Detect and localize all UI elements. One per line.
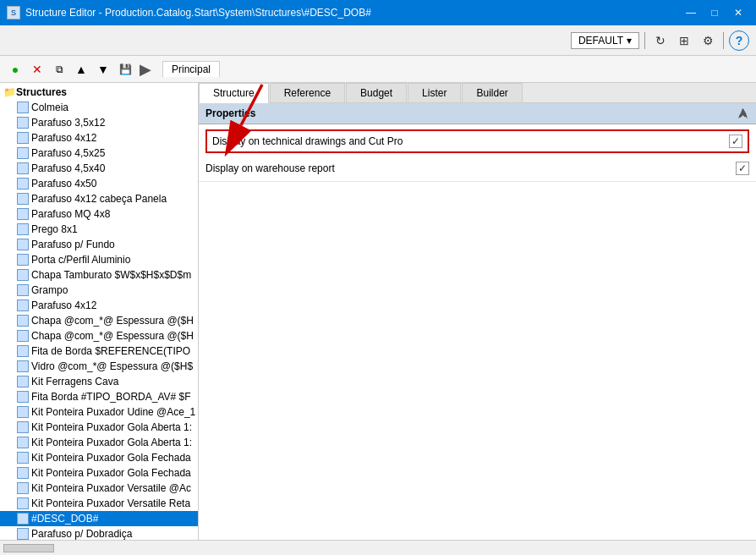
list-item[interactable]: Fita de Borda $REFERENCE(TIPO [0, 343, 198, 359]
list-item[interactable]: Grampo [0, 283, 198, 298]
item-icon [17, 193, 29, 205]
tab-structure[interactable]: Structure [199, 83, 269, 103]
item-icon [17, 406, 29, 418]
list-item[interactable]: Porta c/Perfil Aluminio [0, 252, 198, 267]
tabs-row: Structure Reference Budget Lister Builde… [199, 83, 756, 103]
add-button[interactable]: ● [5, 59, 25, 80]
item-icon [17, 147, 29, 159]
property-label-warehouse: Display on warehouse report [205, 162, 736, 174]
item-icon [17, 132, 29, 144]
list-item[interactable]: Parafuso 4x12 [0, 130, 198, 146]
list-item[interactable]: Fita Borda #TIPO_BORDA_AV# $F [0, 389, 198, 404]
chevron-down-icon: ▾ [627, 35, 632, 47]
list-item[interactable]: Kit Ponteira Puxador Gola Aberta 1: [0, 435, 198, 450]
list-item[interactable]: Chapa Tamburato $W$x$H$x$D$m [0, 267, 198, 283]
window-controls[interactable]: — □ ✕ [680, 4, 749, 21]
item-icon [17, 482, 29, 494]
item-icon [17, 208, 29, 220]
delete-button[interactable]: ✕ [27, 59, 47, 80]
tab-reference[interactable]: Reference [270, 83, 345, 102]
item-icon [17, 528, 29, 540]
list-item[interactable]: Kit Ponteira Puxador Udine @Ace_1 [0, 404, 198, 420]
item-icon [17, 162, 29, 174]
item-icon [17, 299, 29, 311]
property-row-highlighted: Display on technical drawings and Cut Pr… [205, 129, 749, 153]
list-item[interactable]: Parafuso 4,5x40 [0, 161, 198, 176]
close-button[interactable]: ✕ [727, 4, 749, 21]
list-item[interactable]: Parafuso 3,5x12 [0, 115, 198, 130]
list-item[interactable]: Kit Ponteira Puxador Versatile @Ac [0, 481, 198, 496]
list-item[interactable]: Parafuso p/ Fundo [0, 237, 198, 252]
list-item[interactable]: Colmeia [0, 100, 198, 115]
status-bar [0, 540, 756, 555]
move-up-button[interactable]: ▲ [71, 59, 91, 80]
maximize-button[interactable]: □ [704, 4, 726, 21]
properties-header: Properties ⮝ [199, 103, 756, 124]
list-item[interactable]: Prego 8x1 [0, 222, 198, 237]
list-item[interactable]: Parafuso 4x12 [0, 298, 198, 313]
tab-builder[interactable]: Builder [462, 83, 522, 102]
item-icon [17, 513, 29, 525]
content-area: 📁 Structures Colmeia Parafuso 3,5x12 Par… [0, 83, 756, 540]
properties-title: Properties [205, 107, 255, 119]
list-item[interactable]: Parafuso p/ Dobradiça [0, 526, 198, 540]
list-item[interactable]: Parafuso MQ 4x8 [0, 206, 198, 222]
tree-root-item[interactable]: 📁 Structures [0, 85, 198, 100]
app-icon: S [7, 6, 20, 19]
horizontal-scrollbar[interactable] [3, 544, 54, 552]
list-item[interactable]: Kit Ponteira Puxador Gola Fechada [0, 450, 198, 465]
tab-budget[interactable]: Budget [346, 83, 407, 102]
list-item[interactable]: Kit Ponteira Puxador Versatile Reta [0, 496, 198, 511]
minimize-button[interactable]: — [680, 4, 702, 21]
item-icon [17, 437, 29, 448]
item-icon [17, 497, 29, 509]
help-button[interactable]: ? [729, 30, 749, 51]
default-label: DEFAULT [578, 35, 623, 47]
tree-panel[interactable]: 📁 Structures Colmeia Parafuso 3,5x12 Par… [0, 83, 199, 540]
main-toolbar: ● ✕ ⧉ ▲ ▼ 💾 ▶ Principal [0, 56, 756, 83]
move-down-button[interactable]: ▼ [93, 59, 113, 80]
toolbar-separator-1 [644, 32, 645, 49]
window-title: Structure Editor - Production.Catalog.St… [25, 7, 371, 19]
list-item[interactable]: Chapa @com_*@ Espessura @($H [0, 313, 198, 328]
tab-principal[interactable]: Principal [162, 61, 220, 77]
list-item[interactable]: Parafuso 4x12 cabeça Panela [0, 191, 198, 206]
warehouse-checkbox[interactable] [736, 162, 749, 175]
top-toolbar: DEFAULT ▾ ↻ ⊞ ⚙ ? [0, 25, 756, 56]
refresh-button[interactable]: ↻ [650, 30, 671, 51]
list-item[interactable]: Parafuso 4x50 [0, 176, 198, 191]
item-icon [17, 376, 29, 387]
item-icon [17, 117, 29, 129]
folder-icon: 📁 [3, 86, 16, 98]
item-icon [17, 284, 29, 296]
item-icon [17, 452, 29, 464]
grid-button[interactable]: ⊞ [674, 30, 694, 51]
selected-tree-item[interactable]: #DESC_DOB# [0, 511, 198, 526]
list-item[interactable]: Kit Ferragens Cava [0, 374, 198, 389]
list-item[interactable]: Parafuso 4,5x25 [0, 146, 198, 161]
item-icon [17, 223, 29, 235]
default-dropdown-button[interactable]: DEFAULT ▾ [571, 32, 639, 49]
tree-root: 📁 Structures Colmeia Parafuso 3,5x12 Par… [0, 83, 198, 540]
item-icon [17, 102, 29, 113]
item-icon [17, 254, 29, 266]
item-icon [17, 330, 29, 342]
item-icon [17, 360, 29, 372]
save-button[interactable]: 💾 [115, 59, 135, 80]
property-row-warehouse: Display on warehouse report [199, 155, 756, 182]
list-item[interactable]: Chapa @com_*@ Espessura @($H [0, 328, 198, 343]
list-item[interactable]: Kit Ponteira Puxador Gola Fechada [0, 465, 198, 481]
item-icon [17, 178, 29, 190]
item-icon [17, 421, 29, 433]
tab-lister[interactable]: Lister [408, 83, 461, 102]
collapse-button[interactable]: ⮝ [737, 107, 749, 120]
item-icon [17, 391, 29, 403]
item-icon [17, 315, 29, 327]
drawings-checkbox[interactable] [729, 135, 742, 148]
copy-button[interactable]: ⧉ [49, 59, 69, 80]
property-label-drawings: Display on technical drawings and Cut Pr… [212, 135, 729, 147]
list-item[interactable]: Vidro @com_*@ Espessura @($H$ [0, 359, 198, 374]
item-icon [17, 345, 29, 357]
settings-button[interactable]: ⚙ [698, 30, 718, 51]
list-item[interactable]: Kit Ponteira Puxador Gola Aberta 1: [0, 420, 198, 435]
